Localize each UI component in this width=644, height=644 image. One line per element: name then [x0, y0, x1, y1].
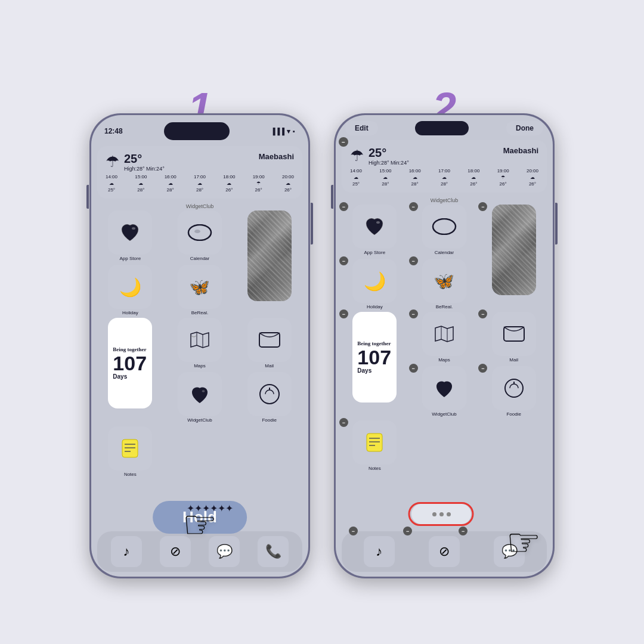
dock-music-2[interactable]: ♪ — [364, 536, 395, 567]
app-label-calendar-2: Calendar — [435, 250, 454, 255]
widget-club-label-2: WidgetClub — [336, 197, 553, 203]
weather-hours-2: 14:00☁25° 15:00☁28° 16:00☁28° 17:00☁28° … — [350, 168, 538, 187]
app-icon-calendar-2[interactable]: − Calendar — [411, 205, 478, 255]
app-icon-widgetclub-small-1[interactable]: WidgetClub — [167, 372, 233, 423]
app-icon-bereal-2[interactable]: − 🦋 BeReal. — [411, 259, 478, 309]
sparkle-1: ✦✦✦✦✦✦ — [187, 503, 233, 514]
phone-1: 12:48 ▐▐▐ ▾ ▪ ☂ 25° — [89, 113, 310, 578]
widget-together-1[interactable]: Being together 107 Days — [97, 318, 163, 423]
app-icon-notes-2[interactable]: − Notes — [342, 420, 408, 471]
weather-hours-1: 14:00☁25° 15:00☁28° 16:00☁28° 17:00☁28° … — [106, 174, 294, 193]
app-label-appstore-2: App Store — [364, 250, 386, 255]
time-1: 12:48 — [104, 127, 123, 135]
svg-rect-7 — [122, 439, 138, 457]
app-label-mail-1: Mail — [265, 363, 274, 369]
phone-2-screen: Edit Done − ☂ 25° High:28° Min:24° — [336, 115, 553, 577]
app-icon-notes-1[interactable]: Notes — [97, 426, 163, 477]
app-icon-bereal-1[interactable]: 🦋 BeReal. — [167, 265, 233, 315]
temp-2: 25° — [369, 146, 409, 160]
svg-point-2 — [194, 230, 200, 233]
svg-rect-16 — [367, 434, 382, 451]
app-icon-calendar-1[interactable]: Calendar — [167, 210, 233, 261]
app-label-bereal-2: BeReal. — [436, 304, 453, 309]
app-icon-marble-2[interactable]: − — [481, 205, 547, 309]
app-icon-maps-1[interactable]: Maps — [167, 318, 233, 369]
hand-cursor-2: ☞ — [506, 520, 541, 565]
app-label-foodie-2: Foodie — [506, 411, 521, 417]
city-1: Maebashi — [259, 152, 294, 161]
app-icon-foodie-1[interactable]: Foodie — [236, 372, 302, 423]
app-grid-row2-2: − Being together 107 Days − — [342, 312, 547, 471]
app-label-maps-2: Maps — [438, 357, 450, 363]
app-label-notes-2: Notes — [369, 466, 381, 471]
app-label-notes-1: Notes — [124, 472, 137, 477]
phone-2: Edit Done − ☂ 25° High:28° Min:24° — [334, 113, 555, 578]
app-icon-mail-1[interactable]: Mail — [236, 318, 302, 369]
weather-widget-1: ☂ 25° High:28° Min:24° Maebashi 14:00☁25… — [97, 146, 302, 199]
app-label-mail-2: Mail — [509, 357, 518, 363]
app-label-foodie-1: Foodie — [262, 417, 276, 423]
app-label-holiday-2: Holiday — [367, 304, 383, 309]
svg-point-0 — [132, 227, 135, 230]
remove-weather[interactable]: − — [339, 137, 348, 147]
dock-phone-1[interactable]: 📞 — [258, 536, 289, 567]
dynamic-island-1 — [164, 122, 230, 140]
app-icon-mail-2[interactable]: − Mail — [481, 312, 547, 363]
step-1-container: 1 12:48 ▐▐▐ ▾ ▪ ☂ — [89, 66, 310, 578]
app-icon-foodie-2[interactable]: − Foodie — [481, 366, 547, 417]
app-label-holiday-1: Holiday — [122, 310, 138, 315]
app-label-widgetclub-1: WidgetClub — [187, 417, 212, 423]
umbrella-icon-1: ☂ — [106, 153, 119, 171]
range-2: High:28° Min:24° — [369, 160, 409, 166]
svg-point-4 — [202, 390, 205, 392]
city-2: Maebashi — [503, 146, 538, 155]
app-grid-row2-1: Being together 107 Days — [97, 318, 302, 477]
app-icon-maps-2[interactable]: − Maps — [411, 312, 478, 363]
status-bar-1: 12:48 ▐▐▐ ▾ ▪ — [91, 115, 308, 143]
umbrella-icon-2: ☂ — [350, 147, 364, 165]
edit-done-bar: Edit Done — [336, 115, 553, 137]
svg-point-12 — [433, 219, 456, 234]
app-label-widgetclub-2: WidgetClub — [432, 411, 456, 417]
app-label-calendar-1: Calendar — [190, 256, 209, 261]
weather-widget-2: − ☂ 25° High:28° Min:24° Maebashi 14:00☁… — [342, 140, 547, 193]
status-icons-1: ▐▐▐ ▾ ▪ — [271, 128, 295, 135]
dynamic-island-2 — [415, 121, 469, 135]
app-icon-appstore-2[interactable]: − App Store — [342, 205, 408, 255]
svg-point-11 — [376, 221, 380, 224]
svg-point-1 — [188, 225, 211, 240]
app-label-bereal-1: BeReal. — [191, 310, 208, 315]
red-indicator — [408, 502, 474, 526]
app-icon-widgetclub-small-2[interactable]: − WidgetClub — [411, 366, 478, 417]
app-icon-holiday-2[interactable]: − 🌙 Holiday — [342, 259, 408, 309]
widget-together-2[interactable]: − Being together 107 Days — [342, 312, 408, 417]
edit-button[interactable]: Edit — [345, 121, 378, 135]
app-label-appstore-1: App Store — [120, 256, 141, 261]
done-button[interactable]: Done — [506, 121, 543, 135]
app-grid-1: App Store Calendar — [97, 210, 302, 315]
range-1: High:28° Min:24° — [124, 166, 165, 172]
dock-restrict-2[interactable]: ⊘ — [429, 536, 460, 567]
widget-club-label-1: WidgetClub — [91, 203, 308, 209]
temp-1: 25° — [124, 152, 165, 166]
app-label-maps-1: Maps — [194, 363, 206, 369]
dock-music-1[interactable]: ♪ — [111, 536, 142, 567]
step-2-container: 2 Edit Done − ☂ 25° — [334, 66, 555, 578]
phone-1-screen: 12:48 ▐▐▐ ▾ ▪ ☂ 25° — [91, 115, 308, 577]
app-icon-holiday-1[interactable]: 🌙 Holiday — [97, 265, 163, 315]
svg-point-5 — [260, 385, 279, 404]
app-icon-widgetclub-large-1[interactable] — [236, 210, 302, 315]
app-icon-appstore-1[interactable]: App Store — [97, 210, 163, 261]
app-grid-2: − App Store − — [342, 205, 547, 309]
